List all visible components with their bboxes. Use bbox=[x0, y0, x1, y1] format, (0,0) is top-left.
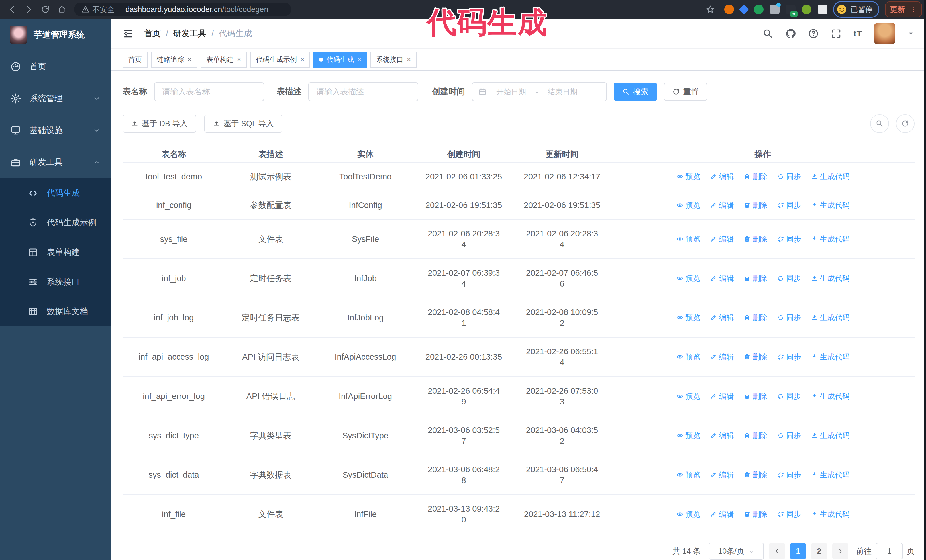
tab-home[interactable]: 首页 bbox=[123, 51, 148, 68]
delete-link[interactable]: 删除 bbox=[744, 312, 767, 323]
close-tab-icon[interactable]: × bbox=[237, 56, 241, 63]
ext-gem-icon[interactable] bbox=[739, 4, 749, 15]
preview-link[interactable]: 预览 bbox=[676, 171, 701, 182]
help-icon[interactable] bbox=[808, 28, 819, 39]
breadcrumb-devtools[interactable]: 研发工具 bbox=[173, 28, 206, 39]
generate-link[interactable]: 生成代码 bbox=[811, 509, 850, 519]
generate-link[interactable]: 生成代码 bbox=[811, 234, 850, 245]
preview-link[interactable]: 预览 bbox=[676, 469, 701, 480]
sync-link[interactable]: 同步 bbox=[777, 312, 801, 323]
ext-puzzle-icon[interactable] bbox=[818, 5, 828, 14]
end-date-input[interactable] bbox=[542, 87, 583, 97]
preview-link[interactable]: 预览 bbox=[676, 273, 701, 284]
page-size-select[interactable]: 10条/页 bbox=[709, 543, 764, 560]
generate-link[interactable]: 生成代码 bbox=[811, 430, 850, 441]
ext-on-icon[interactable]: on bbox=[786, 5, 796, 14]
preview-link[interactable]: 预览 bbox=[676, 200, 701, 210]
reset-button[interactable]: 重置 bbox=[664, 83, 707, 101]
sidebar-item-dev-tools[interactable]: 研发工具 bbox=[0, 146, 111, 178]
home-icon[interactable] bbox=[54, 3, 70, 16]
edit-link[interactable]: 编辑 bbox=[710, 312, 734, 323]
delete-link[interactable]: 删除 bbox=[744, 469, 767, 480]
chrome-update-button[interactable]: 更新 bbox=[885, 2, 922, 17]
delete-link[interactable]: 删除 bbox=[744, 352, 767, 362]
sidebar-subitem-codegen[interactable]: 代码生成 bbox=[0, 178, 111, 208]
edit-link[interactable]: 编辑 bbox=[710, 391, 734, 402]
delete-link[interactable]: 删除 bbox=[744, 234, 767, 245]
date-range-picker[interactable]: - bbox=[472, 82, 607, 101]
ext-grid-icon[interactable] bbox=[770, 5, 779, 14]
edit-link[interactable]: 编辑 bbox=[710, 469, 734, 480]
forward-icon[interactable] bbox=[21, 3, 37, 16]
sidebar-item-infra[interactable]: 基础设施 bbox=[0, 115, 111, 146]
delete-link[interactable]: 删除 bbox=[744, 509, 767, 519]
edit-link[interactable]: 编辑 bbox=[710, 234, 734, 245]
sync-link[interactable]: 同步 bbox=[777, 352, 801, 362]
app-logo[interactable]: 芋道管理系统 bbox=[0, 19, 111, 51]
sync-link[interactable]: 同步 bbox=[777, 234, 801, 245]
preview-link[interactable]: 预览 bbox=[676, 430, 701, 441]
sync-link[interactable]: 同步 bbox=[777, 391, 801, 402]
page-button-1[interactable]: 1 bbox=[790, 543, 806, 559]
sidebar-subitem-form-builder[interactable]: 表单构建 bbox=[0, 237, 111, 267]
import-sql-button[interactable]: 基于 SQL 导入 bbox=[204, 115, 282, 133]
sidebar-item-system[interactable]: 系统管理 bbox=[0, 83, 111, 115]
sidebar-subitem-system-api[interactable]: 系统接口 bbox=[0, 267, 111, 297]
sync-link[interactable]: 同步 bbox=[777, 469, 801, 480]
next-page-button[interactable] bbox=[832, 543, 848, 559]
address-bar[interactable]: 不安全 dashboard.yudao.iocoder.cn/tool/code… bbox=[74, 3, 291, 16]
github-icon[interactable] bbox=[785, 28, 796, 39]
sync-link[interactable]: 同步 bbox=[777, 171, 801, 182]
user-avatar[interactable] bbox=[874, 23, 895, 44]
prev-page-button[interactable] bbox=[769, 543, 785, 559]
sync-link[interactable]: 同步 bbox=[777, 200, 801, 210]
delete-link[interactable]: 删除 bbox=[744, 273, 767, 284]
ext-orange-icon[interactable] bbox=[724, 5, 734, 14]
table-name-input[interactable] bbox=[154, 82, 264, 101]
sync-link[interactable]: 同步 bbox=[777, 509, 801, 519]
edit-link[interactable]: 编辑 bbox=[710, 509, 734, 519]
start-date-input[interactable] bbox=[491, 87, 532, 97]
close-tab-icon[interactable]: × bbox=[188, 56, 191, 63]
ext-check-icon[interactable] bbox=[754, 5, 764, 14]
edit-link[interactable]: 编辑 bbox=[710, 171, 734, 182]
edit-link[interactable]: 编辑 bbox=[710, 352, 734, 362]
browser-menu-icon[interactable] bbox=[909, 6, 917, 13]
ext-green-figure-icon[interactable] bbox=[802, 5, 811, 14]
font-size-button[interactable]: tT bbox=[853, 29, 862, 38]
fullscreen-icon[interactable] bbox=[831, 28, 842, 39]
import-db-button[interactable]: 基于 DB 导入 bbox=[123, 115, 196, 133]
close-tab-icon[interactable]: × bbox=[300, 56, 304, 63]
back-icon[interactable] bbox=[4, 3, 21, 16]
tab-tracing[interactable]: 链路追踪× bbox=[151, 51, 197, 68]
preview-link[interactable]: 预览 bbox=[676, 352, 701, 362]
avatar-caret-down-icon[interactable] bbox=[907, 30, 915, 37]
bookmark-star-icon[interactable] bbox=[702, 3, 719, 16]
sidebar-fold-icon[interactable] bbox=[123, 28, 134, 39]
preview-link[interactable]: 预览 bbox=[676, 509, 701, 519]
generate-link[interactable]: 生成代码 bbox=[811, 469, 850, 480]
tab-codegen[interactable]: 代码生成× bbox=[313, 51, 367, 68]
generate-link[interactable]: 生成代码 bbox=[811, 391, 850, 402]
reload-icon[interactable] bbox=[37, 3, 54, 16]
edit-link[interactable]: 编辑 bbox=[710, 200, 734, 210]
delete-link[interactable]: 删除 bbox=[744, 430, 767, 441]
tab-codegen-example[interactable]: 代码生成示例× bbox=[250, 51, 310, 68]
page-button-2[interactable]: 2 bbox=[811, 543, 827, 559]
preview-link[interactable]: 预览 bbox=[676, 391, 701, 402]
delete-link[interactable]: 删除 bbox=[744, 391, 767, 402]
toggle-search-button[interactable] bbox=[870, 114, 889, 133]
profile-paused-badge[interactable]: 已暂停 bbox=[833, 1, 879, 18]
header-search-icon[interactable] bbox=[763, 28, 773, 39]
sidebar-item-home[interactable]: 首页 bbox=[0, 51, 111, 83]
generate-link[interactable]: 生成代码 bbox=[811, 200, 850, 210]
refresh-table-button[interactable] bbox=[896, 114, 915, 133]
preview-link[interactable]: 预览 bbox=[676, 234, 701, 245]
tab-form-builder[interactable]: 表单构建× bbox=[201, 51, 247, 68]
generate-link[interactable]: 生成代码 bbox=[811, 273, 850, 284]
close-tab-icon[interactable]: × bbox=[407, 56, 411, 63]
preview-link[interactable]: 预览 bbox=[676, 312, 701, 323]
tab-system-api[interactable]: 系统接口× bbox=[371, 51, 416, 68]
delete-link[interactable]: 删除 bbox=[744, 200, 767, 210]
breadcrumb-home[interactable]: 首页 bbox=[144, 28, 161, 39]
